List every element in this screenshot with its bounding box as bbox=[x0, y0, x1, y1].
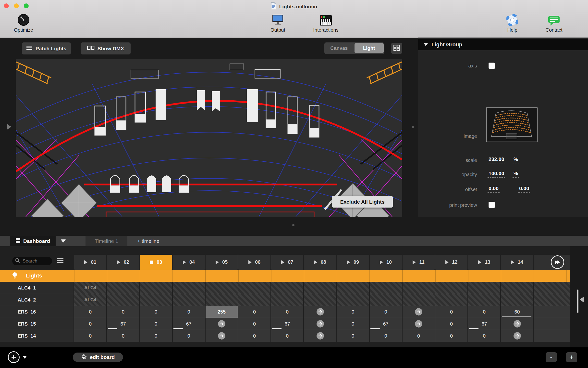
dashboard-cell[interactable] bbox=[501, 318, 533, 330]
dashboard-cell[interactable]: 67 bbox=[271, 318, 303, 330]
zoom-in-button[interactable]: + bbox=[566, 352, 577, 362]
scroll-left-icon[interactable] bbox=[580, 297, 584, 302]
dashboard-cell-disabled[interactable] bbox=[501, 282, 533, 294]
dashboard-cell[interactable]: 0 bbox=[238, 306, 270, 318]
dashboard-cell-disabled[interactable] bbox=[370, 282, 402, 294]
dashboard-cell[interactable]: 0 bbox=[337, 330, 369, 342]
board-options-icon[interactable] bbox=[57, 258, 63, 263]
dashboard-cell-disabled[interactable] bbox=[173, 294, 205, 306]
column-header-07[interactable]: 07 bbox=[271, 255, 303, 270]
dashboard-cell-disabled[interactable] bbox=[238, 282, 270, 294]
dashboard-cell-disabled[interactable]: ALC4 bbox=[74, 282, 106, 294]
opacity-unit[interactable]: % bbox=[513, 171, 519, 178]
dashboard-cell[interactable]: 0 bbox=[468, 306, 500, 318]
dashboard-cell-disabled[interactable] bbox=[271, 294, 303, 306]
workspace-grid-button[interactable] bbox=[391, 43, 402, 54]
dashboard-cell-disabled[interactable] bbox=[337, 294, 369, 306]
dashboard-cell-disabled[interactable] bbox=[107, 294, 139, 306]
stage-canvas[interactable]: Exclude All Lights bbox=[16, 59, 402, 217]
search-box[interactable] bbox=[12, 257, 52, 265]
axis-checkbox[interactable] bbox=[489, 63, 495, 69]
contact-button[interactable]: Contact bbox=[537, 13, 571, 33]
column-header-14[interactable]: 14 bbox=[501, 255, 533, 270]
dashboard-cell[interactable]: 0 bbox=[74, 318, 106, 330]
optimize-button[interactable]: Optimize bbox=[6, 13, 41, 33]
dashboard-cell[interactable]: 67 bbox=[173, 318, 205, 330]
add-timeline-button[interactable]: + timeline bbox=[137, 236, 159, 246]
dashboard-cell-disabled[interactable] bbox=[435, 294, 467, 306]
dashboard-cell[interactable]: 0 bbox=[173, 330, 205, 342]
column-header-02[interactable]: 02 bbox=[107, 255, 139, 270]
show-dmx-button[interactable]: Show DMX bbox=[81, 42, 131, 54]
interactions-button[interactable]: Interactions bbox=[307, 13, 344, 33]
column-header-11[interactable]: 11 bbox=[403, 255, 435, 270]
column-header-13[interactable]: 13 bbox=[468, 255, 500, 270]
column-header-04[interactable]: 04 bbox=[173, 255, 205, 270]
panel-expand-arrow-icon[interactable] bbox=[7, 124, 11, 130]
dashboard-cell[interactable] bbox=[403, 306, 435, 318]
column-header-08[interactable]: 08 bbox=[304, 255, 336, 270]
dashboard-cell[interactable]: 67 bbox=[468, 318, 500, 330]
dashboard-cell[interactable] bbox=[534, 330, 570, 342]
dashboard-cell-disabled[interactable] bbox=[468, 282, 500, 294]
dashboard-cell-disabled[interactable] bbox=[337, 282, 369, 294]
dashboard-cell[interactable]: 67 bbox=[370, 318, 402, 330]
column-header-12[interactable]: 12 bbox=[435, 255, 467, 270]
dashboard-cell[interactable]: 0 bbox=[173, 306, 205, 318]
column-header-10[interactable]: 10 bbox=[370, 255, 402, 270]
scale-unit[interactable]: % bbox=[513, 156, 519, 163]
dashboard-cell[interactable] bbox=[534, 306, 570, 318]
dashboard-cell[interactable]: 0 bbox=[107, 330, 139, 342]
dashboard-cell-disabled[interactable] bbox=[304, 282, 336, 294]
track-label[interactable]: ALC4 2 bbox=[0, 294, 74, 306]
segment-light[interactable]: Light bbox=[355, 43, 384, 53]
dashboard-cell[interactable]: 0 bbox=[370, 330, 402, 342]
dashboard-cell[interactable]: 0 bbox=[337, 318, 369, 330]
dashboard-cell-disabled[interactable] bbox=[107, 282, 139, 294]
image-thumbnail[interactable] bbox=[486, 107, 538, 142]
side-page-dot[interactable] bbox=[412, 126, 414, 128]
dashboard-cell[interactable]: 0 bbox=[140, 318, 172, 330]
dashboard-cell-disabled[interactable] bbox=[403, 294, 435, 306]
track-label[interactable]: ALC4 1 bbox=[0, 282, 74, 294]
dashboard-cell[interactable]: 0 bbox=[435, 330, 467, 342]
dashboard-cell[interactable]: 0 bbox=[271, 306, 303, 318]
dashboard-cell-disabled[interactable] bbox=[403, 282, 435, 294]
edit-board-button[interactable]: edit board bbox=[73, 353, 123, 362]
light-group-header[interactable]: Light Group bbox=[418, 39, 588, 50]
dashboard-cell[interactable] bbox=[534, 318, 570, 330]
dashboard-cell-disabled[interactable] bbox=[534, 282, 570, 294]
dashboard-cell[interactable]: 67 bbox=[107, 318, 139, 330]
help-button[interactable]: Help bbox=[495, 13, 529, 33]
exclude-all-lights-button[interactable]: Exclude All Lights bbox=[332, 196, 393, 208]
print-preview-checkbox[interactable] bbox=[489, 202, 495, 208]
dashboard-cell[interactable]: 0 bbox=[74, 330, 106, 342]
dashboard-cell[interactable]: 0 bbox=[238, 330, 270, 342]
dashboard-cell[interactable]: 0 bbox=[435, 318, 467, 330]
dashboard-cell-disabled[interactable] bbox=[304, 294, 336, 306]
search-input[interactable] bbox=[22, 258, 49, 264]
dashboard-cell[interactable]: 0 bbox=[140, 306, 172, 318]
tab-dashboard[interactable]: Dashboard bbox=[10, 236, 56, 246]
dashboard-cell[interactable]: 0 bbox=[140, 330, 172, 342]
dashboard-cell[interactable] bbox=[403, 318, 435, 330]
column-header-09[interactable]: 09 bbox=[337, 255, 369, 270]
output-button[interactable]: Output bbox=[261, 13, 295, 33]
bottom-page-dot[interactable] bbox=[292, 224, 294, 226]
add-menu-icon[interactable] bbox=[23, 356, 27, 359]
lights-group-row[interactable]: Lights bbox=[0, 270, 570, 282]
column-header-03[interactable]: 03 bbox=[140, 255, 172, 270]
dashboard-cell[interactable]: 0 bbox=[74, 306, 106, 318]
column-header-05[interactable]: 05 bbox=[206, 255, 238, 270]
offset-x-field[interactable]: 0.00 bbox=[488, 185, 500, 193]
dashboard-cell-disabled[interactable] bbox=[206, 282, 238, 294]
vertical-scrollbar[interactable] bbox=[577, 289, 578, 313]
column-header-01[interactable]: 01 bbox=[74, 255, 106, 270]
patch-lights-button[interactable]: Patch Lights bbox=[22, 42, 71, 54]
opacity-value-field[interactable]: 100.00 bbox=[488, 171, 505, 178]
dashboard-cell-disabled[interactable] bbox=[468, 294, 500, 306]
dashboard-cell-disabled[interactable] bbox=[271, 282, 303, 294]
dashboard-cell-disabled[interactable] bbox=[238, 294, 270, 306]
dashboard-cell[interactable]: 0 bbox=[107, 306, 139, 318]
dashboard-cell[interactable] bbox=[304, 318, 336, 330]
